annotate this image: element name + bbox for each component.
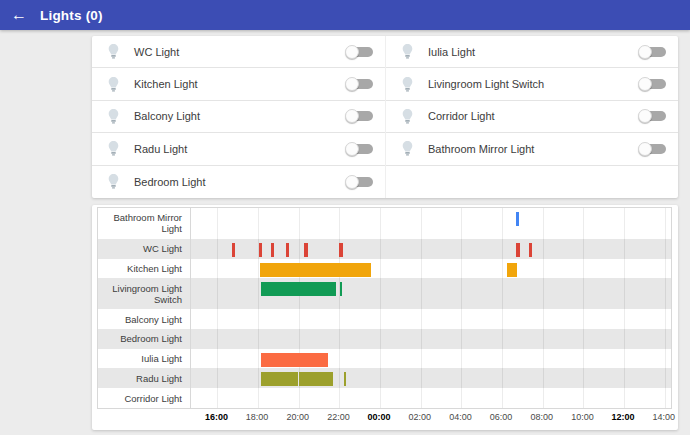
axis-tick-label: 22:00 (327, 410, 350, 424)
light-toggle-switch[interactable] (345, 109, 373, 124)
lightbulb-icon (106, 43, 121, 60)
chart-row: Kitchen Light (98, 259, 671, 279)
light-label: Balcony Light (134, 110, 345, 122)
axis-tick-label: 04:00 (449, 410, 472, 424)
lightbulb-icon (400, 76, 415, 93)
state-on-bar (516, 243, 520, 257)
chart-row: Bathroom Mirror Light (98, 208, 671, 239)
switch-knob (638, 45, 652, 59)
light-toggle-switch[interactable] (345, 44, 373, 59)
state-on-bar (339, 243, 344, 257)
chart-row-plot (191, 309, 671, 329)
lightbulb-icon (106, 108, 121, 125)
light-row: Kitchen Light (92, 68, 385, 100)
state-on-bar (261, 282, 335, 296)
state-on-bar (529, 243, 532, 257)
lights-toggle-card: WC LightKitchen LightBalcony LightRadu L… (92, 36, 678, 198)
light-label: Livingroom Light Switch (428, 78, 638, 90)
chart-row: Radu Light (98, 368, 671, 388)
switch-knob (638, 109, 652, 123)
light-label: Radu Light (134, 143, 345, 155)
axis-tick-label: 08:00 (531, 410, 554, 424)
light-toggle-switch[interactable] (345, 77, 373, 92)
state-on-bar (261, 353, 328, 367)
light-label: Bathroom Mirror Light (428, 143, 638, 155)
axis-tick-label: 16:00 (205, 410, 228, 424)
chart-row-label: Balcony Light (98, 309, 191, 329)
light-row: Balcony Light (92, 101, 385, 133)
light-toggle-switch[interactable] (638, 109, 666, 124)
back-arrow-icon[interactable]: ← (8, 0, 30, 30)
chart-row-plot (191, 329, 671, 349)
state-on-bar (304, 243, 308, 257)
timeline-chart: Bathroom Mirror LightWC LightKitchen Lig… (97, 207, 672, 409)
chart-row-label: WC Light (98, 239, 191, 259)
light-toggle-switch[interactable] (345, 141, 373, 156)
state-on-bar (232, 243, 235, 257)
chart-row: Iulia Light (98, 349, 671, 369)
light-row: Corridor Light (386, 101, 678, 133)
light-row: Livingroom Light Switch (386, 68, 678, 100)
chart-row-plot (191, 368, 671, 388)
light-row: Radu Light (92, 133, 385, 165)
light-row: WC Light (92, 36, 385, 68)
axis-tick-label: 00:00 (368, 410, 391, 424)
state-on-bar (344, 372, 346, 386)
lightbulb-icon (106, 76, 121, 93)
chart-row-plot (191, 259, 671, 279)
state-on-bar (271, 243, 274, 257)
light-toggle-switch[interactable] (638, 44, 666, 59)
axis-tick-label: 18:00 (246, 410, 269, 424)
chart-row: Bedroom Light (98, 329, 671, 349)
light-row: Iulia Light (386, 36, 678, 68)
state-on-bar (507, 263, 516, 277)
page-title: Lights (0) (40, 8, 103, 23)
chart-row-label: Corridor Light (98, 388, 191, 408)
state-on-bar (261, 372, 298, 386)
app-header: ← Lights (0) (0, 0, 690, 30)
chart-row-label: Bedroom Light (98, 329, 191, 349)
axis-tick-label: 14:00 (653, 410, 676, 424)
chart-row-plot (191, 278, 671, 309)
chart-row: Livingroom Light Switch (98, 278, 671, 309)
axis-tick-label: 10:00 (571, 410, 594, 424)
light-label: Kitchen Light (134, 78, 345, 90)
light-toggle-switch[interactable] (638, 141, 666, 156)
toggle-column-right: Iulia LightLivingroom Light SwitchCorrid… (385, 36, 678, 198)
light-label: Bedroom Light (134, 176, 345, 188)
axis-tick-label: 06:00 (490, 410, 513, 424)
chart-row-label: Iulia Light (98, 349, 191, 369)
lightbulb-icon (400, 140, 415, 157)
lightbulb-icon (106, 140, 121, 157)
switch-knob (345, 45, 359, 59)
light-toggle-switch[interactable] (638, 77, 666, 92)
chart-row-label: Livingroom Light Switch (98, 278, 191, 309)
switch-knob (345, 142, 359, 156)
chart-row-label: Bathroom Mirror Light (98, 208, 191, 239)
axis-tick-label: 12:00 (612, 410, 635, 424)
state-on-bar (516, 212, 519, 226)
chart-row: WC Light (98, 239, 671, 259)
light-toggle-switch[interactable] (345, 174, 373, 189)
lightbulb-icon (400, 108, 415, 125)
history-chart-card: Bathroom Mirror LightWC LightKitchen Lig… (92, 205, 678, 430)
light-row: Bedroom Light (92, 166, 385, 198)
light-label: Iulia Light (428, 46, 638, 58)
time-axis: 16:0018:0020:0022:0000:0002:0004:0006:00… (191, 410, 670, 426)
state-on-bar (260, 263, 372, 277)
light-label: WC Light (134, 46, 345, 58)
lightbulb-icon (400, 43, 415, 60)
lightbulb-icon (106, 173, 121, 190)
chart-row: Corridor Light (98, 388, 671, 408)
chart-row-plot (191, 239, 671, 259)
light-row: Bathroom Mirror Light (386, 133, 678, 165)
chart-row-plot (191, 388, 671, 408)
switch-knob (638, 77, 652, 91)
switch-knob (638, 142, 652, 156)
light-label: Corridor Light (428, 110, 638, 122)
state-on-bar (340, 282, 342, 296)
toggle-column-left: WC LightKitchen LightBalcony LightRadu L… (92, 36, 385, 198)
state-on-bar (286, 243, 289, 257)
chart-row-label: Kitchen Light (98, 259, 191, 279)
switch-knob (345, 109, 359, 123)
